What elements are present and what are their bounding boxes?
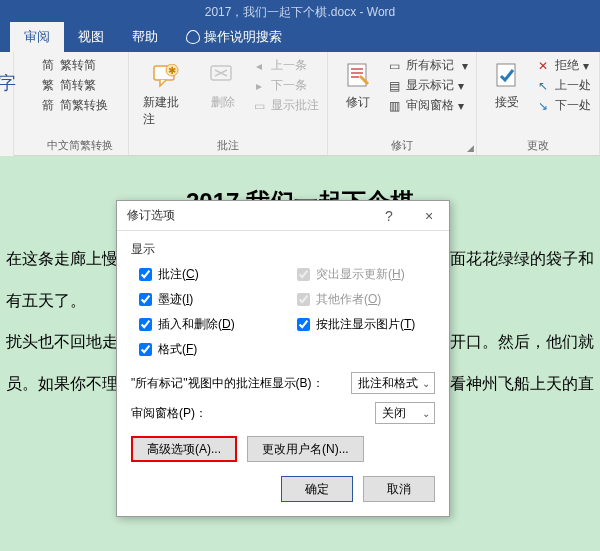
dialog-body: 显示 批注(C) 突出显示更新(H) 墨迹(I) 其他作者(O) 插入和删除(D…: [117, 231, 449, 516]
row-buttons: 高级选项(A)... 更改用户名(N)...: [131, 436, 435, 462]
row-review-pane: 审阅窗格(P)： 关闭⌄: [131, 402, 435, 424]
dropdown-caret-icon: ▾: [462, 59, 468, 73]
dropdown-caret-icon: ▾: [458, 79, 464, 93]
new-comment-icon: ✱: [150, 60, 182, 92]
checks-grid: 批注(C) 突出显示更新(H) 墨迹(I) 其他作者(O) 插入和删除(D) 按…: [139, 266, 435, 358]
group-tracking-label: 修订: [336, 138, 468, 153]
dialog-titlebar: 修订选项 ? ×: [117, 201, 449, 231]
dropdown-caret-icon: ▾: [583, 59, 589, 73]
prev-change-icon: ↖: [535, 78, 551, 94]
markup-icon: ▭: [386, 58, 402, 74]
window-titlebar: 2017，我们一起下个棋.docx - Word: [0, 0, 600, 24]
check-highlight: 突出显示更新(H): [297, 266, 435, 283]
tab-help[interactable]: 帮助: [118, 22, 172, 52]
svg-text:✱: ✱: [168, 65, 176, 76]
next-comment-icon: ▸: [251, 78, 267, 94]
lightbulb-icon: [186, 30, 200, 44]
check-others: 其他作者(O): [297, 291, 435, 308]
btn-show-comments: ▭显示批注: [251, 96, 319, 115]
balloons-label: "所有标记"视图中的批注框显示(B)：: [131, 375, 345, 392]
show-markup-icon: ▤: [386, 78, 402, 94]
document-title: 2017，我们一起下个棋.docx - Word: [205, 4, 396, 21]
dialog-help-button[interactable]: ?: [369, 201, 409, 231]
btn-next-change[interactable]: ↘下一处: [535, 96, 591, 115]
check-comments-box[interactable]: [139, 268, 152, 281]
check-insdel[interactable]: 插入和删除(D): [139, 316, 277, 333]
check-pictures-box[interactable]: [297, 318, 310, 331]
chevron-down-icon: ⌄: [422, 378, 430, 389]
btn-prev-change[interactable]: ↖上一处: [535, 76, 591, 95]
reject-icon: ✕: [535, 58, 551, 74]
btn-accept[interactable]: 接受: [485, 56, 529, 115]
check-ink[interactable]: 墨迹(I): [139, 291, 277, 308]
check-ink-box[interactable]: [139, 293, 152, 306]
btn-trad-to-simp[interactable]: 简繁转简: [40, 56, 120, 75]
change-username-button[interactable]: 更改用户名(N)...: [247, 436, 364, 462]
btn-new-comment[interactable]: ✱ 新建批注: [137, 56, 195, 132]
btn-reject[interactable]: ✕拒绝▾: [535, 56, 591, 75]
check-others-box: [297, 293, 310, 306]
tab-tellme[interactable]: 操作说明搜索: [172, 22, 296, 52]
svg-rect-4: [348, 64, 366, 86]
simp-trad-icon: 繁: [40, 78, 56, 94]
group-changes-label: 更改: [485, 138, 591, 153]
btn-track-changes[interactable]: 修订: [336, 56, 380, 115]
next-change-icon: ↘: [535, 98, 551, 114]
btn-simp-to-trad[interactable]: 繁简转繁: [40, 76, 120, 95]
section-show-label: 显示: [131, 241, 435, 258]
tellme-label: 操作说明搜索: [204, 28, 282, 46]
btn-next-comment: ▸下一条: [251, 76, 319, 95]
ribbon: 简繁转简 繁简转繁 箭简繁转换 中文简繁转换 ✱ 新建批注 删除 ◂上一条 ▸下…: [0, 52, 600, 156]
tab-view[interactable]: 视图: [64, 22, 118, 52]
tab-review[interactable]: 审阅: [10, 22, 64, 52]
track-icon: [342, 60, 374, 92]
combo-balloons[interactable]: 批注和格式⌄: [351, 372, 435, 394]
dropdown-caret-icon: ▾: [458, 99, 464, 113]
row-balloons: "所有标记"视图中的批注框显示(B)： 批注和格式⌄: [131, 372, 435, 394]
group-tracking: 修订 ▭所有标记▾ ▤显示标记▾ ▥审阅窗格▾ 修订 ◢: [328, 52, 477, 155]
advanced-options-button[interactable]: 高级选项(A)...: [131, 436, 237, 462]
check-format-box[interactable]: [139, 343, 152, 356]
accept-icon: [491, 60, 523, 92]
combo-review-pane[interactable]: 关闭⌄: [375, 402, 435, 424]
svg-rect-5: [497, 64, 515, 86]
delete-comment-icon: [207, 60, 239, 92]
prev-comment-icon: ◂: [251, 58, 267, 74]
trad-simp-icon: 简: [40, 58, 56, 74]
ribbon-tabstrip: 审阅 视图 帮助 操作说明搜索: [0, 24, 600, 52]
group-simpconv-label: 中文简繁转换: [40, 138, 120, 153]
btn-simp-trad-conv[interactable]: 箭简繁转换: [40, 96, 120, 115]
check-comments[interactable]: 批注(C): [139, 266, 277, 283]
group-comments-label: 批注: [137, 138, 319, 153]
combo-markup-display[interactable]: ▭所有标记▾: [386, 56, 468, 75]
conv-icon: 箭: [40, 98, 56, 114]
show-comments-icon: ▭: [251, 98, 267, 114]
chevron-down-icon: ⌄: [422, 408, 430, 419]
dialog-close-button[interactable]: ×: [409, 201, 449, 231]
ok-button[interactable]: 确定: [281, 476, 353, 502]
btn-prev-comment: ◂上一条: [251, 56, 319, 75]
dialog-title: 修订选项: [127, 207, 175, 224]
btn-delete-comment: 删除: [201, 56, 245, 132]
review-pane-icon: ▥: [386, 98, 402, 114]
check-pictures[interactable]: 按批注显示图片(T): [297, 316, 435, 333]
check-insdel-box[interactable]: [139, 318, 152, 331]
check-format[interactable]: 格式(F): [139, 341, 277, 358]
group-simpconv: 简繁转简 繁简转繁 箭简繁转换 中文简繁转换: [0, 52, 129, 155]
check-highlight-box: [297, 268, 310, 281]
group-changes: 接受 ✕拒绝▾ ↖上一处 ↘下一处 更改: [477, 52, 600, 155]
dialog-launcher-icon[interactable]: ◢: [467, 143, 474, 153]
track-options-dialog: 修订选项 ? × 显示 批注(C) 突出显示更新(H) 墨迹(I) 其他作者(O…: [116, 200, 450, 517]
btn-show-markup[interactable]: ▤显示标记▾: [386, 76, 468, 95]
pane-label: 审阅窗格(P)：: [131, 405, 369, 422]
group-comments: ✱ 新建批注 删除 ◂上一条 ▸下一条 ▭显示批注 批注: [129, 52, 328, 155]
btn-review-pane[interactable]: ▥审阅窗格▾: [386, 96, 468, 115]
dialog-footer: 确定 取消: [131, 476, 435, 502]
cancel-button[interactable]: 取消: [363, 476, 435, 502]
